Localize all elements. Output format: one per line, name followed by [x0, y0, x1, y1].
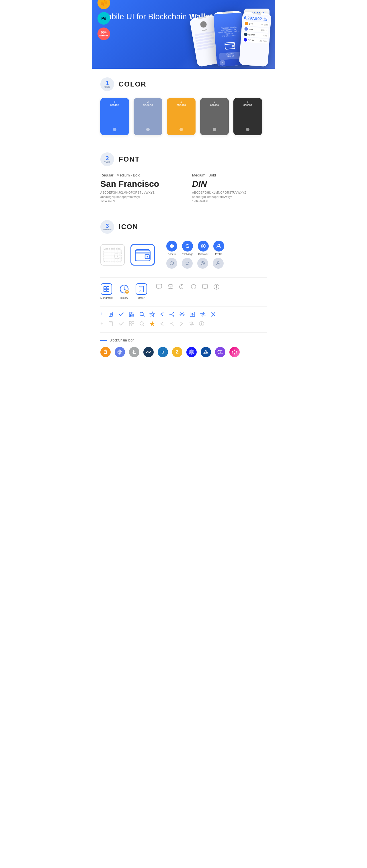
- polkadot-icon: [229, 347, 240, 357]
- waves-icon: [143, 347, 154, 357]
- bottom-nav-icons: Mangment History: [101, 283, 266, 299]
- plus-icon: +: [101, 311, 104, 317]
- font-grid: Regular · Medium · Bold San Francisco AB…: [101, 173, 266, 203]
- wallet-wireframe: [101, 244, 125, 266]
- svg-point-32: [218, 244, 220, 246]
- chevron-left-icon: [160, 311, 164, 317]
- management-label: Mangment: [101, 297, 113, 299]
- screens-badge: 60+Screens: [97, 28, 110, 40]
- svg-rect-61: [133, 313, 133, 313]
- color-section-title: COLOR: [119, 80, 146, 88]
- tool-icons-row2: +: [101, 320, 266, 327]
- svg-point-52: [216, 285, 217, 286]
- svg-rect-9: [232, 45, 234, 48]
- share-icon-grey: [169, 321, 175, 327]
- svg-point-35: [202, 262, 203, 264]
- font-section-title: FONT: [119, 155, 140, 163]
- icon-section-header: 3 THREE ICON: [101, 220, 266, 234]
- search-icon: [139, 311, 145, 317]
- svg-point-34: [201, 261, 204, 265]
- blockchain-label: BlockChain Icon: [101, 338, 266, 342]
- svg-rect-47: [157, 284, 162, 288]
- svg-point-98: [220, 351, 221, 353]
- svg-point-72: [181, 313, 183, 315]
- svg-point-69: [173, 312, 174, 313]
- font-section: 2 TWO FONT Regular · Medium · Bold San F…: [92, 144, 275, 211]
- color-section-header: 1 ONE COLOR: [101, 78, 266, 91]
- check-icon-grey: [118, 321, 124, 327]
- assets-icon-outline: [166, 258, 177, 269]
- layers-icon: [167, 283, 174, 290]
- color-section: 1 ONE COLOR #3574FA #8DA0C8 #F5A623 #666…: [92, 69, 275, 144]
- history-label: History: [120, 297, 128, 299]
- history-icon: [118, 283, 130, 295]
- polygon-icon: [215, 347, 225, 357]
- discover-label: Discover: [198, 253, 208, 255]
- svg-rect-80: [132, 321, 134, 323]
- svg-point-99: [234, 350, 235, 351]
- svg-point-49: [191, 284, 196, 289]
- assets-icon: [166, 241, 177, 251]
- exchange-icon: [182, 241, 193, 251]
- phone-right: 6,297,502.12 BTC 788-2003 ETH: [239, 12, 272, 67]
- color-dark: #303030: [233, 98, 262, 135]
- plus-icon-grey: +: [101, 320, 104, 327]
- font-din: Medium · Bold DIN ABCDEFGHIJKLMNOPQRSTUV…: [192, 173, 266, 203]
- tool-icons-section: + +: [101, 311, 266, 327]
- discover-icon-item: Discover: [198, 241, 209, 255]
- crypto-icons-row: ₿ Ł Đ Z: [101, 347, 266, 357]
- svg-rect-40: [107, 289, 109, 291]
- zcash-icon: Z: [172, 347, 182, 357]
- management-icon: [101, 283, 112, 295]
- management-icon-item: Mangment: [101, 283, 113, 299]
- color-grid: #3574FA #8DA0C8 #F5A623 #666666 #303030: [101, 98, 266, 135]
- swap-icon-grey: [188, 321, 194, 327]
- svg-marker-33: [170, 261, 173, 265]
- star-icon-filled: [149, 321, 155, 327]
- svg-point-101: [232, 351, 233, 352]
- moon-icon: [179, 283, 186, 290]
- profile-label: Profile: [215, 253, 223, 255]
- svg-rect-37: [104, 286, 106, 289]
- assets-label: Assets: [168, 253, 175, 255]
- svg-point-36: [217, 261, 219, 263]
- svg-point-100: [234, 353, 235, 355]
- svg-rect-79: [129, 321, 131, 323]
- profile-icon-item: Profile: [213, 241, 224, 255]
- icon-section-title: ICON: [119, 223, 138, 231]
- app-icons-grid: Assets Exchange: [166, 241, 224, 269]
- svg-rect-38: [107, 286, 109, 289]
- order-label: Order: [138, 297, 144, 299]
- svg-marker-68: [150, 312, 154, 316]
- svg-rect-60: [130, 313, 131, 313]
- icon-section-number: 3 THREE: [101, 220, 114, 234]
- svg-point-48: [168, 284, 173, 286]
- svg-rect-26: [135, 250, 150, 261]
- color-orange: #F5A623: [167, 98, 196, 135]
- share-icon: [169, 311, 175, 317]
- litecoin-icon: Ł: [129, 347, 139, 357]
- lisk-icon: [201, 347, 211, 357]
- svg-marker-84: [150, 321, 154, 326]
- svg-point-31: [202, 245, 204, 247]
- hero-phones: Profile Character may be manifested in t…: [189, 11, 273, 66]
- color-section-number: 1 ONE: [101, 78, 114, 91]
- wallet-icon-blue: [131, 244, 155, 266]
- profile-icon: [213, 241, 224, 251]
- order-icon: [136, 283, 147, 295]
- document-edit-icon-grey: [108, 321, 114, 327]
- sketch-badge: [97, 0, 110, 9]
- svg-marker-89: [117, 349, 120, 353]
- svg-point-102: [236, 351, 237, 352]
- close-icon: [211, 311, 216, 317]
- bitcoin-icon: ₿: [101, 347, 111, 357]
- exchange-icon-outline: [182, 258, 193, 269]
- svg-point-12: [117, 255, 118, 257]
- qr-icon: [129, 311, 135, 317]
- icon-section: 3 THREE ICON: [92, 211, 275, 374]
- chat2-icon: [202, 283, 208, 290]
- ethereum-icon: [115, 347, 125, 357]
- misc-icons-right: [156, 283, 220, 290]
- discover-icon: [198, 241, 209, 251]
- hero-badges: Ps 60+Screens: [97, 0, 110, 40]
